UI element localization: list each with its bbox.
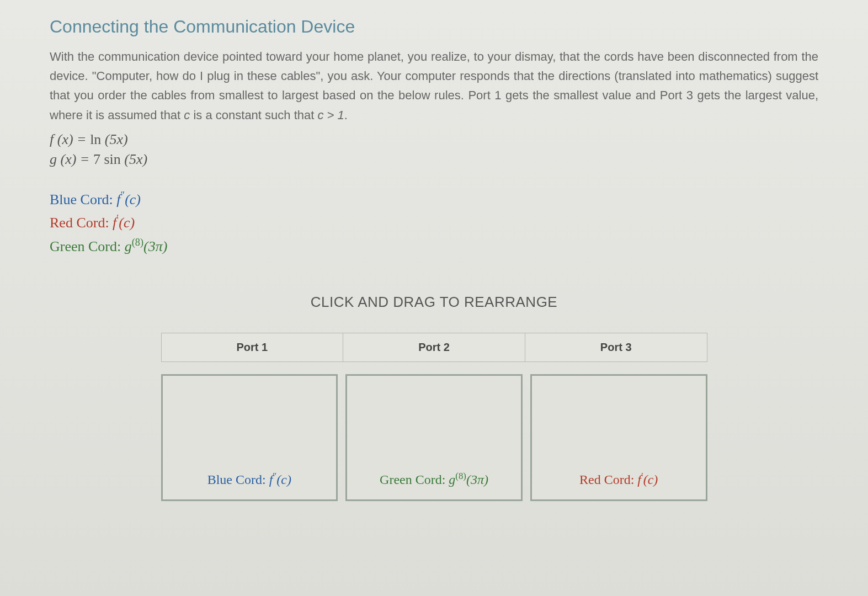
port-1-header: Port 1 [161, 333, 344, 362]
port-2-header: Port 2 [343, 333, 525, 362]
card-green-label: Green Cord: g(8)(3π) [380, 471, 488, 487]
card-red-cord[interactable]: Red Cord: f′(c) [530, 374, 707, 501]
card-red-label: Red Cord: f′(c) [579, 471, 658, 487]
constant-c-1: c [184, 108, 190, 122]
green-cord-line: Green Cord: g(8)(3π) [50, 237, 818, 255]
card1-arg: (c) [276, 472, 291, 487]
paragraph-text-1: With the communication device pointed to… [50, 50, 818, 122]
constant-inequality: c > 1 [317, 108, 344, 122]
red-cord-line: Red Cord: f′(c) [50, 213, 818, 231]
blue-cord-arg: (c) [125, 191, 141, 207]
card2-sup: (8) [455, 471, 466, 481]
card2-fn: g [449, 472, 455, 487]
card3-label: Red Cord: [579, 472, 637, 487]
blue-cord-line: Blue Cord: f″(c) [50, 190, 818, 208]
function-g-definition: g (x) = 7 sin (5x) [50, 151, 818, 168]
function-f-definition: f (x) = ln (5x) [50, 131, 818, 148]
problem-paragraph: With the communication device pointed to… [50, 47, 818, 125]
g-coef: 7 [93, 151, 104, 167]
ports-header-row: Port 1 Port 2 Port 3 [161, 333, 707, 362]
g-arg: (5x) [124, 151, 147, 167]
g-operator: sin [104, 151, 124, 167]
card-blue-cord[interactable]: Blue Cord: f″(c) [161, 374, 338, 501]
f-arg: (5x) [105, 131, 128, 147]
card2-label: Green Cord: [380, 472, 449, 487]
g-lhs: g (x) = [50, 151, 93, 167]
f-lhs: f (x) = [50, 131, 90, 147]
card3-arg: (c) [643, 472, 658, 487]
green-cord-sup: (8) [132, 237, 143, 248]
paragraph-text-2: is a constant such that [190, 108, 317, 122]
green-cord-label: Green Cord: [50, 238, 125, 254]
red-cord-label: Red Cord: [50, 215, 113, 231]
port-3-header: Port 3 [525, 333, 707, 362]
green-cord-arg: (3π) [143, 238, 167, 254]
draggable-cards-row: Blue Cord: f″(c) Green Cord: g(8)(3π) Re… [161, 374, 707, 501]
green-cord-fn: g [125, 238, 132, 254]
card1-label: Blue Cord: [207, 472, 269, 487]
drag-instruction: CLICK AND DRAG TO REARRANGE [50, 294, 818, 311]
card3-fn: f [637, 472, 641, 487]
red-cord-arg: (c) [119, 215, 135, 231]
card-blue-label: Blue Cord: f″(c) [207, 471, 291, 487]
cord-definitions: Blue Cord: f″(c) Red Cord: f′(c) Green C… [50, 190, 818, 255]
card-green-cord[interactable]: Green Cord: g(8)(3π) [345, 374, 523, 501]
blue-cord-label: Blue Cord: [50, 191, 116, 207]
page-title: Connecting the Communication Device [50, 17, 818, 37]
f-operator: ln [90, 131, 105, 147]
card2-arg: (3π) [466, 472, 488, 487]
blue-cord-fn: f [116, 191, 120, 207]
paragraph-text-3: . [344, 108, 348, 122]
